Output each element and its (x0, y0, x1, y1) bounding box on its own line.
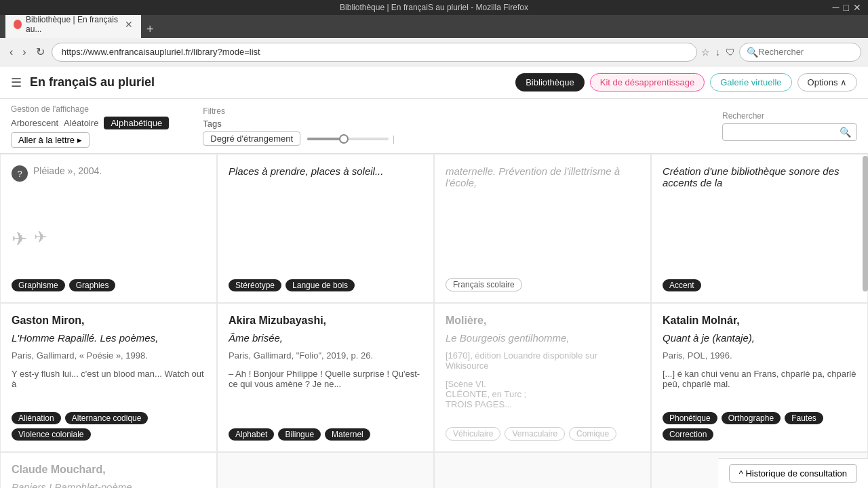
card-5-meta: Paris, Gallimard, "Folio", 2019, p. 26. (229, 350, 422, 361)
tag-graphies[interactable]: Graphies (69, 279, 116, 291)
card-6-title: Le Bourgeois gentilhomme, (446, 332, 639, 344)
tag-comique[interactable]: Comique (569, 427, 616, 441)
degree-slider-container: | (307, 134, 395, 144)
card-6-meta: [1670], édition Louandre disponible sur … (446, 350, 639, 371)
url-bar[interactable]: https://www.enfrancaisaupluriel.fr/libra… (52, 43, 697, 62)
sort-aleatoire[interactable]: Aléatoire (64, 118, 98, 128)
tab-favicon (14, 20, 22, 29)
back-button[interactable]: ‹ (7, 45, 16, 60)
nav-bibliotheque[interactable]: Bibliothèque (515, 73, 585, 92)
card-0-meta: Pléiade », 2004. (33, 165, 102, 176)
library-search-input[interactable] (728, 127, 837, 138)
tag-orthographe[interactable]: Orthographe (722, 412, 781, 424)
new-tab-button[interactable]: + (141, 20, 159, 38)
book-card-0[interactable]: ? Pléiade », 2004. ✈ ✈ Graphisme Graphie… (0, 154, 217, 303)
letter-row: Aller à la lettre ▸ (11, 132, 169, 148)
tag-accent[interactable]: Accent (663, 279, 701, 291)
tag-francais-scolaire[interactable]: Français scolaire (446, 278, 522, 291)
tags-row: Tags (203, 119, 395, 129)
card-3-tags: Accent (663, 279, 856, 291)
tag-violence-coloniale[interactable]: Violence coloniale (12, 428, 91, 441)
address-bar: ‹ › ↻ https://www.enfrancaisaupluriel.fr… (0, 38, 868, 66)
tag-fautes[interactable]: Fautes (785, 412, 823, 424)
card-5-author: Akira Mizubayashi, (229, 314, 422, 327)
go-to-letter-button[interactable]: Aller à la lettre ▸ (11, 132, 90, 148)
book-card-2[interactable]: maternelle. Prévention de l'illettrisme … (434, 154, 651, 303)
card-6-tags: Véhiculaire Vernaculaire Comique (446, 427, 639, 441)
book-card-5[interactable]: Akira Mizubayashi, Âme brisée, Paris, Ga… (217, 303, 434, 452)
browser-search-input[interactable] (758, 47, 853, 57)
tag-phonetique[interactable]: Phonétique (663, 412, 717, 424)
sort-row: Arborescent Aléatoire Alphabétique (11, 117, 169, 129)
nav-kit[interactable]: Kit de désapprentissage (590, 73, 705, 92)
tag-vehiculaire[interactable]: Véhiculaire (446, 427, 500, 441)
card-1-title: Places à prendre, places à soleil... (229, 165, 422, 177)
reload-button[interactable]: ↻ (33, 44, 47, 60)
slider-fill (307, 138, 344, 140)
forward-button[interactable]: › (20, 45, 28, 60)
tag-langue-de-bois[interactable]: Langue de bois (285, 279, 355, 291)
search-label: Rechercher (722, 111, 857, 121)
browser-search-bar[interactable]: 🔍 (739, 43, 861, 62)
slider-row: Degré d'étrangement | (203, 131, 395, 146)
filters-group: Filtres Tags Degré d'étrangement | (203, 106, 395, 146)
sort-alphabetique[interactable]: Alphabétique (104, 117, 169, 129)
bookmark-icon[interactable]: ☆ (701, 47, 710, 58)
card-8-title: Papiers ! Pamphlet-poème, (12, 481, 205, 488)
header-nav: Bibliothèque Kit de désapprentissage Gal… (515, 73, 857, 92)
card-7-title: Quant à je (kantaje), (663, 332, 856, 344)
book-card-8[interactable]: Claude Mouchard, Papiers ! Pamphlet-poèm… (0, 452, 217, 488)
maximize-icon[interactable]: □ (844, 2, 849, 13)
display-label: Gestion de l'affichage (11, 104, 169, 114)
tag-maternel[interactable]: Maternel (325, 428, 370, 441)
nav-galerie[interactable]: Galerie virtuelle (710, 73, 791, 92)
book-card-7[interactable]: Katalin Molnár, Quant à je (kantaje), Pa… (651, 303, 868, 452)
slider-end-marker: | (393, 134, 395, 144)
card-5-tags: Alphabet Bilingue Maternel (229, 428, 422, 441)
sort-arborescent[interactable]: Arborescent (11, 118, 58, 128)
url-text: https://www.enfrancaisaupluriel.fr/libra… (62, 47, 260, 57)
card-4-author: Gaston Miron, (12, 314, 205, 327)
active-tab[interactable]: Bibliothèque | En français au... ✕ (5, 11, 141, 38)
scrollbar[interactable] (863, 156, 868, 291)
tags-label: Tags (203, 119, 221, 129)
card-6-excerpt: [Scène VI. CLÉONTE, en Turc ; TROIS PAGE… (446, 379, 639, 422)
card-5-excerpt: – Ah ! Bonjour Philippe ! Quelle surpris… (229, 369, 422, 423)
bottom-bar: ^ Historique de consultation (718, 458, 868, 488)
window-controls[interactable]: ─ □ ✕ (833, 2, 861, 13)
book-card-4[interactable]: Gaston Miron, L'Homme Rapaillé. Les poèm… (0, 303, 217, 452)
tag-correction[interactable]: Correction (663, 428, 713, 441)
shield-icon[interactable]: 🛡 (726, 47, 735, 58)
browser-chrome: Bibliothèque | En françaiS au pluriel - … (0, 0, 868, 66)
card-8-author: Claude Mouchard, (12, 464, 205, 476)
book-card-3[interactable]: Création d'une bibliothèque sonore des a… (651, 154, 868, 303)
book-card-empty-1 (217, 452, 434, 488)
search-submit-icon[interactable]: 🔍 (840, 127, 851, 138)
content-area: ? Pléiade », 2004. ✈ ✈ Graphisme Graphie… (0, 154, 868, 488)
card-0-image-area: ✈ ✈ (12, 228, 205, 250)
search-icon: 🔍 (747, 47, 758, 58)
card-7-meta: Paris, POL, 1996. (663, 350, 856, 361)
book-card-6[interactable]: Molière, Le Bourgeois gentilhomme, [1670… (434, 303, 651, 452)
close-icon[interactable]: ✕ (853, 2, 861, 13)
book-card-1[interactable]: Places à prendre, places à soleil... Sté… (217, 154, 434, 303)
download-icon[interactable]: ↓ (715, 47, 720, 58)
tag-stereotype[interactable]: Stéréotype (229, 279, 281, 291)
history-button[interactable]: ^ Historique de consultation (729, 464, 857, 483)
question-badge: ? (12, 165, 28, 182)
tag-graphisme[interactable]: Graphisme (12, 279, 65, 291)
tag-vernaculaire[interactable]: Vernaculaire (505, 427, 565, 441)
tag-alienation[interactable]: Aliénation (12, 412, 61, 424)
tab-close-button[interactable]: ✕ (125, 19, 133, 30)
slider-thumb[interactable] (339, 134, 349, 144)
display-controls: Gestion de l'affichage Arborescent Aléat… (11, 104, 169, 148)
tag-bilingue[interactable]: Bilingue (278, 428, 321, 441)
controls-bar: Gestion de l'affichage Arborescent Aléat… (0, 99, 868, 154)
tag-alternance-codique[interactable]: Alternance codique (65, 412, 149, 424)
app-title: En françaiS au pluriel (30, 75, 155, 89)
search-group: Rechercher 🔍 (722, 111, 857, 141)
hamburger-menu[interactable]: ☰ (11, 75, 22, 90)
minimize-icon[interactable]: ─ (833, 2, 840, 13)
nav-options[interactable]: Options ∧ (797, 73, 857, 92)
tag-alphabet[interactable]: Alphabet (229, 428, 274, 441)
